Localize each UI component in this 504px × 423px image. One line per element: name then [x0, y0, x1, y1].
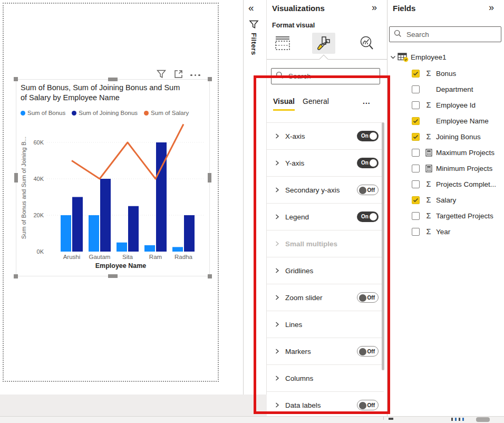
card-label: Lines [285, 321, 302, 329]
legend-dot [144, 111, 149, 116]
card-label: Columns [285, 374, 313, 382]
pane-icon-tabs [267, 32, 387, 56]
field-label: Projects Complet... [436, 180, 496, 188]
field-label: Targetted Projects [436, 212, 493, 220]
visualizations-title: Visualizations [272, 4, 325, 13]
format-card-zoom-slider[interactable]: Zoom sliderOff [267, 284, 384, 311]
field-checkbox[interactable] [412, 85, 420, 93]
format-card-secondary-y-axis[interactable]: Secondary y-axisOff [267, 177, 384, 204]
field-row-projects-complet[interactable]: ΣProjects Complet... [387, 176, 504, 192]
tab-visual[interactable]: Visual [273, 97, 295, 111]
format-card-legend[interactable]: LegendOn [267, 204, 384, 230]
legend-dot [21, 111, 25, 116]
format-search-input[interactable] [287, 72, 375, 81]
toggle-secondary-y-axis[interactable]: Off [357, 185, 379, 195]
field-row-year[interactable]: ΣYear [387, 224, 504, 239]
chevron-right-icon [274, 294, 280, 301]
field-row-bonus[interactable]: ΣBonus [387, 65, 504, 81]
field-checkbox[interactable] [412, 165, 420, 172]
status-glyph-fragment [462, 418, 464, 421]
status-glyph-fragment [389, 418, 393, 420]
combo-chart-visual[interactable]: 0K20K40K60KArushiGautamSitaRamRadhaEmplo… [16, 79, 210, 276]
field-label: Maximum Projects [436, 149, 495, 157]
format-visual-tab[interactable] [312, 33, 335, 54]
toggle-markers[interactable]: Off [357, 346, 379, 357]
toggle-y-axis[interactable]: On [357, 158, 379, 168]
svg-text:Arushi: Arushi [63, 254, 81, 260]
legend-item-sum-of-salary[interactable]: Sum of Salary [144, 110, 189, 116]
analytics-tab[interactable] [355, 33, 379, 54]
field-checkbox[interactable] [412, 70, 420, 78]
toggle-x-axis[interactable]: On [357, 131, 379, 141]
fields-pane: Fields » Em [387, 0, 504, 416]
chart-title: Sum of Bonus, Sum of Joining Bonus and S… [21, 83, 186, 103]
svg-text:Radha: Radha [175, 254, 192, 260]
format-card-lines[interactable]: Lines [267, 311, 384, 338]
fields-list: ΣBonusDepartmentΣEmployee IdEmployee Nam… [387, 65, 504, 239]
format-card-data-labels[interactable]: Data labelsOff [267, 392, 384, 416]
canvas-bottom-margin [0, 395, 267, 416]
field-row-department[interactable]: Department [387, 81, 504, 97]
calculator-icon [423, 149, 434, 157]
sigma-icon: Σ [423, 133, 434, 141]
field-checkbox[interactable] [412, 117, 420, 125]
card-label: Legend [285, 213, 309, 221]
field-row-minimum-projects[interactable]: Minimum Projects [387, 160, 504, 176]
card-label: Y-axis [285, 159, 304, 167]
table-icon [398, 52, 409, 62]
field-row-salary[interactable]: ΣSalary [387, 192, 504, 208]
svg-text:Sum of Bonus and Sum of Joinin: Sum of Bonus and Sum of Joining B... [21, 137, 27, 239]
field-row-employee-id[interactable]: ΣEmployee Id [387, 97, 504, 113]
format-card-x-axis[interactable]: X-axisOn [267, 123, 384, 150]
field-row-maximum-projects[interactable]: Maximum Projects [387, 145, 504, 160]
expand-filters-icon[interactable]: « [248, 2, 254, 14]
chevron-right-icon [274, 321, 280, 328]
sigma-icon: Σ [423, 180, 434, 188]
toggle-legend[interactable]: On [357, 211, 379, 222]
status-slider-thumb[interactable] [476, 417, 490, 422]
legend-label: Sum of Salary [151, 110, 189, 116]
format-search-box[interactable] [271, 68, 380, 84]
field-checkbox[interactable] [412, 101, 420, 109]
format-card-gridlines[interactable]: Gridlines [267, 257, 384, 284]
collapse-pane-icon[interactable]: » [372, 2, 377, 13]
scrollbar-thumb[interactable] [382, 122, 384, 370]
status-glyph-fragment [451, 418, 453, 421]
tab-more-options[interactable]: ... [363, 97, 371, 109]
tab-general[interactable]: General [303, 97, 329, 109]
collapse-pane-icon[interactable]: » [489, 2, 494, 13]
chevron-right-icon [274, 402, 280, 408]
legend-item-sum-of-bonus[interactable]: Sum of Bonus [21, 110, 65, 116]
field-row-targetted-projects[interactable]: ΣTargetted Projects [387, 208, 504, 224]
field-checkbox[interactable] [412, 212, 420, 220]
chevron-right-icon [274, 375, 280, 381]
toggle-state-label: On [361, 160, 369, 166]
legend-item-sum-of-joining-bonus[interactable]: Sum of Joining Bonus [72, 110, 138, 116]
card-label: Gridlines [285, 267, 313, 275]
fields-search-input[interactable] [405, 30, 497, 39]
calculator-icon [423, 165, 434, 172]
format-card-y-axis[interactable]: Y-axisOn [267, 150, 384, 177]
field-checkbox[interactable] [412, 180, 420, 188]
svg-text:40K: 40K [33, 176, 44, 182]
field-row-joining-bonus[interactable]: ΣJoining Bonus [387, 129, 504, 145]
fields-search-box[interactable] [389, 26, 501, 42]
sigma-icon: Σ [423, 228, 434, 236]
field-checkbox[interactable] [412, 149, 420, 157]
chevron-down-icon[interactable] [390, 54, 396, 60]
field-row-employee-name[interactable]: Employee Name [387, 113, 504, 129]
filters-pane-collapsed[interactable]: « Filters [244, 0, 267, 395]
report-canvas[interactable]: 0K20K40K60KArushiGautamSitaRamRadhaEmplo… [0, 0, 243, 416]
toggle-knob [370, 159, 377, 167]
format-card-columns[interactable]: Columns [267, 365, 384, 392]
field-checkbox[interactable] [412, 196, 420, 204]
field-label: Bonus [436, 70, 456, 78]
format-card-markers[interactable]: MarkersOff [267, 338, 384, 365]
table-node-employee1[interactable]: Employee1 [387, 50, 504, 64]
toggle-data-labels[interactable]: Off [357, 400, 379, 410]
build-visual-tab[interactable] [271, 33, 294, 54]
toggle-zoom-slider[interactable]: Off [357, 292, 379, 303]
field-checkbox[interactable] [412, 133, 420, 141]
field-checkbox[interactable] [412, 228, 420, 236]
chevron-right-icon [274, 133, 280, 139]
